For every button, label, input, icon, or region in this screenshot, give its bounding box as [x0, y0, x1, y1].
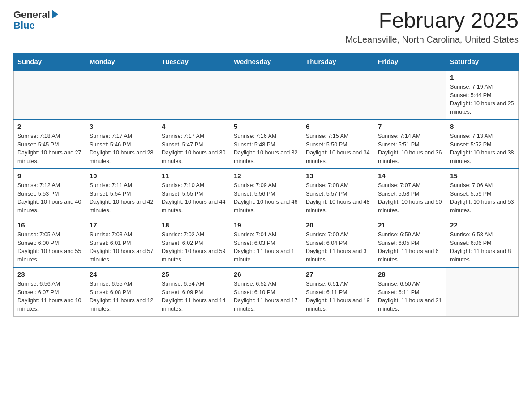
- day-info: Sunrise: 7:00 AM Sunset: 6:04 PM Dayligh…: [306, 231, 370, 264]
- location-title: McLeansville, North Carolina, United Sta…: [345, 34, 519, 45]
- day-number: 11: [162, 172, 226, 180]
- day-info: Sunrise: 7:01 AM Sunset: 6:03 PM Dayligh…: [234, 231, 298, 264]
- day-info: Sunrise: 7:17 AM Sunset: 5:47 PM Dayligh…: [162, 132, 226, 166]
- calendar-week-2: 2Sunrise: 7:18 AM Sunset: 5:45 PM Daylig…: [14, 120, 519, 169]
- day-info: Sunrise: 6:52 AM Sunset: 6:10 PM Dayligh…: [234, 280, 298, 313]
- calendar-cell: [158, 70, 230, 120]
- calendar-cell: 21Sunrise: 6:59 AM Sunset: 6:05 PM Dayli…: [374, 218, 446, 267]
- day-info: Sunrise: 7:07 AM Sunset: 5:58 PM Dayligh…: [378, 181, 442, 215]
- calendar-cell: 18Sunrise: 7:02 AM Sunset: 6:02 PM Dayli…: [158, 218, 230, 267]
- column-header-tuesday: Tuesday: [158, 53, 230, 70]
- day-info: Sunrise: 7:09 AM Sunset: 5:56 PM Dayligh…: [234, 181, 298, 215]
- calendar-cell: 4Sunrise: 7:17 AM Sunset: 5:47 PM Daylig…: [158, 120, 230, 169]
- column-header-wednesday: Wednesday: [230, 53, 302, 70]
- calendar-cell: 9Sunrise: 7:12 AM Sunset: 5:53 PM Daylig…: [14, 169, 86, 218]
- day-info: Sunrise: 7:17 AM Sunset: 5:46 PM Dayligh…: [90, 132, 154, 166]
- calendar-body: 1Sunrise: 7:19 AM Sunset: 5:44 PM Daylig…: [14, 70, 519, 317]
- day-info: Sunrise: 7:05 AM Sunset: 6:00 PM Dayligh…: [17, 231, 82, 264]
- day-number: 18: [162, 221, 226, 229]
- day-number: 15: [450, 172, 515, 180]
- day-number: 26: [234, 270, 298, 278]
- calendar-cell: [14, 70, 86, 120]
- day-number: 12: [234, 172, 298, 180]
- calendar-cell: 15Sunrise: 7:06 AM Sunset: 5:59 PM Dayli…: [446, 169, 519, 218]
- logo-general-text: General: [13, 9, 50, 21]
- column-header-saturday: Saturday: [446, 53, 519, 70]
- day-number: 6: [306, 123, 370, 130]
- day-info: Sunrise: 7:13 AM Sunset: 5:52 PM Dayligh…: [450, 132, 515, 166]
- column-header-thursday: Thursday: [302, 53, 374, 70]
- calendar-cell: 8Sunrise: 7:13 AM Sunset: 5:52 PM Daylig…: [446, 120, 519, 169]
- day-number: 17: [90, 221, 154, 229]
- day-number: 25: [162, 270, 226, 278]
- day-number: 2: [17, 123, 82, 130]
- calendar-cell: 25Sunrise: 6:54 AM Sunset: 6:09 PM Dayli…: [158, 267, 230, 317]
- calendar-week-4: 16Sunrise: 7:05 AM Sunset: 6:00 PM Dayli…: [14, 218, 519, 267]
- calendar-cell: 23Sunrise: 6:56 AM Sunset: 6:07 PM Dayli…: [14, 267, 86, 317]
- column-header-friday: Friday: [374, 53, 446, 70]
- calendar-cell: 1Sunrise: 7:19 AM Sunset: 5:44 PM Daylig…: [446, 70, 519, 120]
- day-info: Sunrise: 7:10 AM Sunset: 5:55 PM Dayligh…: [162, 181, 226, 215]
- day-number: 3: [90, 123, 154, 130]
- page-header: General Blue February 2025 McLeansville,…: [13, 9, 519, 45]
- title-block: February 2025 McLeansville, North Caroli…: [345, 9, 519, 45]
- calendar-cell: 11Sunrise: 7:10 AM Sunset: 5:55 PM Dayli…: [158, 169, 230, 218]
- column-header-monday: Monday: [86, 53, 158, 70]
- calendar-cell: [446, 267, 519, 317]
- calendar-cell: 14Sunrise: 7:07 AM Sunset: 5:58 PM Dayli…: [374, 169, 446, 218]
- day-info: Sunrise: 7:06 AM Sunset: 5:59 PM Dayligh…: [450, 181, 515, 215]
- month-title: February 2025: [345, 9, 519, 33]
- day-info: Sunrise: 7:03 AM Sunset: 6:01 PM Dayligh…: [90, 231, 154, 264]
- day-info: Sunrise: 7:18 AM Sunset: 5:45 PM Dayligh…: [17, 132, 82, 166]
- calendar-cell: [86, 70, 158, 120]
- day-info: Sunrise: 7:14 AM Sunset: 5:51 PM Dayligh…: [378, 132, 442, 166]
- calendar-cell: 7Sunrise: 7:14 AM Sunset: 5:51 PM Daylig…: [374, 120, 446, 169]
- day-number: 13: [306, 172, 370, 180]
- calendar-cell: 16Sunrise: 7:05 AM Sunset: 6:00 PM Dayli…: [14, 218, 86, 267]
- logo: General Blue: [13, 9, 58, 31]
- day-number: 14: [378, 172, 442, 180]
- day-info: Sunrise: 6:51 AM Sunset: 6:11 PM Dayligh…: [306, 280, 370, 313]
- day-info: Sunrise: 7:16 AM Sunset: 5:48 PM Dayligh…: [234, 132, 298, 166]
- calendar-week-1: 1Sunrise: 7:19 AM Sunset: 5:44 PM Daylig…: [14, 70, 519, 120]
- calendar-cell: 26Sunrise: 6:52 AM Sunset: 6:10 PM Dayli…: [230, 267, 302, 317]
- day-number: 24: [90, 270, 154, 278]
- day-info: Sunrise: 6:56 AM Sunset: 6:07 PM Dayligh…: [17, 280, 82, 313]
- calendar-cell: 24Sunrise: 6:55 AM Sunset: 6:08 PM Dayli…: [86, 267, 158, 317]
- logo-blue-text: Blue: [13, 20, 35, 31]
- calendar-cell: 12Sunrise: 7:09 AM Sunset: 5:56 PM Dayli…: [230, 169, 302, 218]
- day-info: Sunrise: 7:15 AM Sunset: 5:50 PM Dayligh…: [306, 132, 370, 166]
- day-info: Sunrise: 7:12 AM Sunset: 5:53 PM Dayligh…: [17, 181, 82, 215]
- calendar-cell: 20Sunrise: 7:00 AM Sunset: 6:04 PM Dayli…: [302, 218, 374, 267]
- day-info: Sunrise: 6:59 AM Sunset: 6:05 PM Dayligh…: [378, 231, 442, 264]
- day-info: Sunrise: 6:50 AM Sunset: 6:11 PM Dayligh…: [378, 280, 442, 313]
- day-info: Sunrise: 6:55 AM Sunset: 6:08 PM Dayligh…: [90, 280, 154, 313]
- day-number: 19: [234, 221, 298, 229]
- day-number: 28: [378, 270, 442, 278]
- day-info: Sunrise: 7:02 AM Sunset: 6:02 PM Dayligh…: [162, 231, 226, 264]
- calendar-cell: 28Sunrise: 6:50 AM Sunset: 6:11 PM Dayli…: [374, 267, 446, 317]
- day-info: Sunrise: 6:54 AM Sunset: 6:09 PM Dayligh…: [162, 280, 226, 313]
- day-number: 9: [17, 172, 82, 180]
- calendar-cell: [230, 70, 302, 120]
- day-info: Sunrise: 7:08 AM Sunset: 5:57 PM Dayligh…: [306, 181, 370, 215]
- calendar-cell: 3Sunrise: 7:17 AM Sunset: 5:46 PM Daylig…: [86, 120, 158, 169]
- day-number: 23: [17, 270, 82, 278]
- calendar-cell: [374, 70, 446, 120]
- day-number: 21: [378, 221, 442, 229]
- calendar-cell: 17Sunrise: 7:03 AM Sunset: 6:01 PM Dayli…: [86, 218, 158, 267]
- calendar-table: SundayMondayTuesdayWednesdayThursdayFrid…: [13, 53, 519, 317]
- day-number: 20: [306, 221, 370, 229]
- day-info: Sunrise: 6:58 AM Sunset: 6:06 PM Dayligh…: [450, 231, 515, 264]
- day-info: Sunrise: 7:19 AM Sunset: 5:44 PM Dayligh…: [450, 83, 515, 116]
- day-info: Sunrise: 7:11 AM Sunset: 5:54 PM Dayligh…: [90, 181, 154, 215]
- day-number: 22: [450, 221, 515, 229]
- day-number: 4: [162, 123, 226, 130]
- day-number: 10: [90, 172, 154, 180]
- day-number: 16: [17, 221, 82, 229]
- calendar-cell: 10Sunrise: 7:11 AM Sunset: 5:54 PM Dayli…: [86, 169, 158, 218]
- calendar-cell: 13Sunrise: 7:08 AM Sunset: 5:57 PM Dayli…: [302, 169, 374, 218]
- calendar-cell: 22Sunrise: 6:58 AM Sunset: 6:06 PM Dayli…: [446, 218, 519, 267]
- calendar-week-3: 9Sunrise: 7:12 AM Sunset: 5:53 PM Daylig…: [14, 169, 519, 218]
- column-header-sunday: Sunday: [14, 53, 86, 70]
